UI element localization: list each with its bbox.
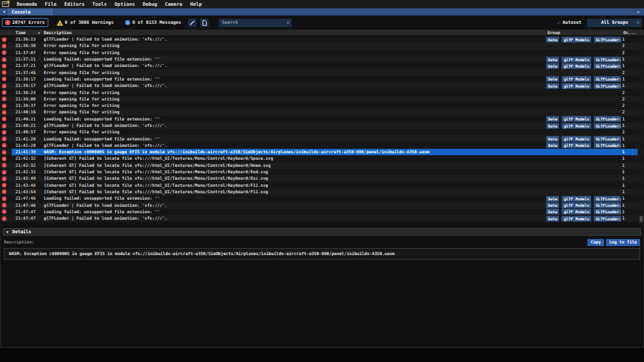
column-header-time[interactable]: Time ▲	[12, 30, 41, 35]
table-row[interactable]: ✕21:37:21glTFLoader | Failed to load ani…	[0, 62, 644, 69]
group-badge: glTF Models	[562, 216, 591, 222]
details-description-row: Description: Copy Log to file	[1, 237, 643, 247]
table-row[interactable]: ✕21:42:32[Coherent GT] Failed to locate …	[0, 155, 644, 162]
table-row[interactable]: ✕21:39:37Error opening file for writing2	[0, 102, 644, 109]
row-icon-cell: ✕	[0, 135, 12, 142]
details-description-box[interactable]: WASM: Exception c0000005 in gauge EFIS i…	[4, 248, 640, 260]
table-row[interactable]: ✕21:36:13glTFLoader | Failed to load ani…	[0, 36, 644, 43]
description-label: Description:	[4, 240, 34, 245]
table-row[interactable]: ✕21:41:39WASM: Exception c0000005 in gau…	[0, 149, 644, 155]
row-group	[545, 109, 621, 115]
menu-item-file[interactable]: File	[45, 1, 57, 7]
row-icon-cell: ✕	[0, 189, 12, 195]
row-icon-cell: ✕	[0, 129, 12, 135]
table-row[interactable]: ✕21:42:49[Coherent GT] Failed to locate …	[0, 175, 644, 182]
groups-clear-icon[interactable]: x	[637, 20, 639, 25]
all-groups-dropdown[interactable]: All Groups x	[587, 19, 642, 27]
row-description: glTFLoader | Failed to load animation: '…	[41, 122, 545, 129]
copy-button[interactable]: Copy	[587, 239, 604, 246]
table-row[interactable]: ✕21:38:17glTFLoader | Failed to load ani…	[0, 82, 644, 89]
group-badge: GLTFLoader:	[594, 209, 621, 214]
row-occurrence-count: 2	[621, 129, 638, 135]
details-panel: ▼ Details Description: Copy Log to file …	[0, 227, 644, 348]
column-header-occurrences[interactable]: Oc...	[621, 30, 638, 35]
row-description: Error opening file for writing	[41, 50, 545, 56]
collapse-icon[interactable]: ▼	[3, 10, 5, 14]
group-badge: glTF Models	[562, 63, 591, 69]
table-row[interactable]: ✕21:37:21Loading failed: unsupported fil…	[0, 56, 644, 62]
copy-log-button[interactable]	[200, 19, 209, 27]
table-row[interactable]: ✕21:41:20glTFLoader | Failed to load ani…	[0, 142, 644, 149]
table-row[interactable]: ✕21:41:20Loading failed: unsupported fil…	[0, 135, 644, 142]
search-clear-icon[interactable]: x	[287, 20, 289, 25]
row-group	[545, 50, 621, 56]
table-row[interactable]: ✕21:43:48[Coherent GT] Failed to locate …	[0, 182, 644, 189]
column-header-description[interactable]: Description	[41, 30, 545, 35]
menu-item-debug[interactable]: Debug	[142, 1, 157, 7]
table-row[interactable]: ✕21:38:17Loading failed: unsupported fil…	[0, 76, 644, 82]
row-time: 21:47:47	[12, 215, 41, 222]
autoset-checkbox[interactable]: ✓	[557, 19, 560, 26]
row-occurrence-count: 1	[621, 189, 638, 195]
table-row[interactable]: ✕21:43:54[Coherent GT] Failed to locate …	[0, 189, 644, 195]
table-row[interactable]: ✕21:36:30Error opening file for writing2	[0, 43, 644, 49]
row-time: 21:37:21	[12, 56, 41, 62]
table-row[interactable]: ✕21:40:21glTFLoader | Failed to load ani…	[0, 122, 644, 129]
scrollbar-thumb[interactable]	[639, 216, 643, 222]
table-row[interactable]: ✕21:39:00Error opening file for writing2	[0, 96, 644, 102]
console-title-bar: ▼ Console ✕	[0, 8, 644, 15]
group-badge: glTF Models	[562, 209, 591, 214]
table-row[interactable]: ✕21:40:16Error opening file for writing2	[0, 109, 644, 115]
error-icon: ✕	[2, 216, 6, 221]
collapse-icon[interactable]: ▼	[6, 231, 8, 234]
log-to-file-button[interactable]: Log to file	[606, 239, 640, 246]
menu-item-editors[interactable]: Editors	[64, 1, 85, 7]
row-icon-cell: ✕	[0, 162, 12, 169]
table-row[interactable]: ✕21:37:46Error opening file for writing2	[0, 69, 644, 75]
row-time: 21:43:54	[12, 189, 41, 195]
table-row[interactable]: ✕21:47:47glTFLoader | Failed to load ani…	[0, 215, 644, 222]
row-time: 21:39:37	[12, 102, 41, 109]
row-group: DataglTF ModelsGLTFLoader:	[545, 142, 621, 149]
table-row[interactable]: ✕21:47:47Loading failed: unsupported fil…	[0, 209, 644, 215]
row-group	[545, 89, 621, 95]
row-description: [Coherent GT] Failed to locate file vfs:…	[41, 175, 545, 182]
table-row[interactable]: ✕21:47:46glTFLoader | Failed to load ani…	[0, 202, 644, 208]
row-group	[545, 155, 621, 162]
table-row[interactable]: ✕21:40:57Error opening file for writing2	[0, 129, 644, 135]
row-time: 21:47:46	[12, 195, 41, 202]
table-row[interactable]: ✕21:47:46Loading failed: unsupported fil…	[0, 195, 644, 202]
table-row[interactable]: ✕21:40:21Loading failed: unsupported fil…	[0, 116, 644, 122]
messages-filter-button[interactable]: i 0 of 8153 Messages	[122, 18, 184, 27]
details-header[interactable]: ▼ Details	[3, 228, 641, 236]
group-badge: Data	[546, 202, 559, 208]
error-icon: ✕	[2, 137, 6, 141]
error-icon: ✕	[2, 170, 6, 175]
error-icon: ✕	[2, 163, 6, 167]
table-header: Time ▲ Description Group Oc...	[0, 30, 644, 36]
menu-item-devmode[interactable]: Devmode	[17, 1, 37, 7]
row-description: glTFLoader | Failed to load animation: '…	[41, 202, 545, 208]
warnings-filter-button[interactable]: ! 0 of 3806 Warnings	[53, 18, 117, 28]
menu-item-help[interactable]: Help	[190, 1, 202, 7]
group-badge: GLTFLoader:	[594, 142, 621, 148]
clear-console-button[interactable]	[188, 19, 196, 27]
table-row[interactable]: ✕21:38:23Error opening file for writing2	[0, 89, 644, 95]
table-row[interactable]: ✕21:42:32[Coherent GT] Failed to locate …	[0, 169, 644, 175]
close-icon[interactable]: ✕	[637, 10, 639, 15]
row-occurrence-count: 1	[621, 135, 638, 142]
errors-filter-button[interactable]: ✕ 20747 Errors	[2, 18, 48, 27]
column-header-group[interactable]: Group	[545, 30, 621, 35]
search-input[interactable]: Search x	[219, 19, 292, 27]
row-group	[545, 69, 621, 75]
menu-item-options[interactable]: Options	[115, 1, 135, 7]
menu-item-tools[interactable]: Tools	[92, 1, 107, 7]
table-row[interactable]: ✕21:42:32[Coherent GT] Failed to locate …	[0, 162, 644, 169]
table-row[interactable]: ✕21:37:07Error opening file for writing2	[0, 50, 644, 56]
vertical-scrollbar[interactable]	[639, 36, 643, 226]
row-description: glTFLoader | Failed to load animation: '…	[41, 36, 545, 43]
menu-item-camera[interactable]: Camera	[165, 1, 182, 7]
group-badge: GLTFLoader:	[594, 37, 621, 43]
console-tab[interactable]: Console	[8, 8, 53, 15]
group-badge: Data	[546, 83, 559, 89]
